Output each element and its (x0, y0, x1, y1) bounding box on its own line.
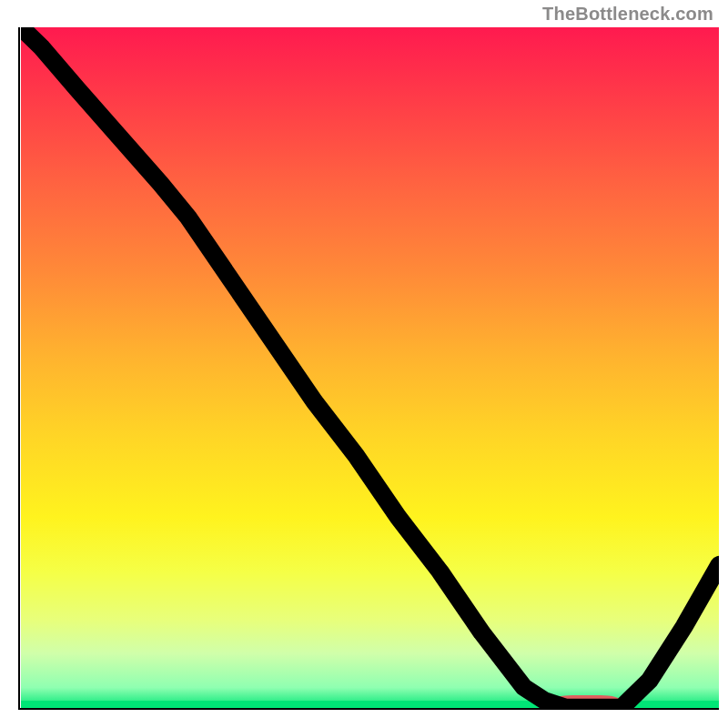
chart-page: { "watermark": "TheBottleneck.com", "cha… (0, 0, 728, 728)
watermark-text: TheBottleneck.com (542, 4, 713, 25)
bottleneck-curve (21, 27, 720, 708)
chart-svg (21, 27, 720, 708)
plot-area (21, 27, 720, 708)
